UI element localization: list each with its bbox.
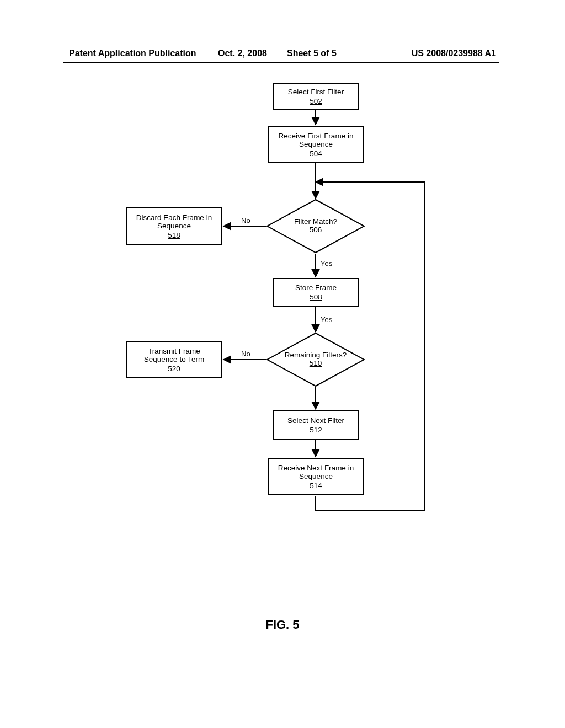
node-label: Select Next Filter bbox=[287, 416, 344, 425]
node-ref: 504 bbox=[310, 149, 322, 158]
edge-label-yes-506: Yes bbox=[321, 259, 332, 267]
node-label: Transmit Frame Sequence to Term bbox=[130, 347, 218, 363]
node-ref: 514 bbox=[310, 481, 322, 490]
node-ref: 508 bbox=[310, 293, 322, 301]
edge-label-yes-508: Yes bbox=[321, 315, 332, 324]
figure-caption: FIG. 5 bbox=[0, 618, 565, 632]
node-select-next-filter: Select Next Filter 512 bbox=[273, 410, 359, 440]
node-select-first-filter: Select First Filter 502 bbox=[273, 83, 359, 110]
node-label: Store Frame bbox=[295, 283, 337, 292]
node-transmit-frames: Transmit Frame Sequence to Term 520 bbox=[126, 341, 222, 378]
node-filter-match: Filter Match? 506 bbox=[266, 199, 365, 254]
node-remaining-filters: Remaining Filters? 510 bbox=[266, 332, 365, 387]
node-label: Receive Next Frame in Sequence bbox=[272, 464, 360, 480]
edge-label-no-510: No bbox=[241, 350, 250, 358]
node-ref: 512 bbox=[310, 426, 322, 434]
node-receive-first-frame: Receive First Frame in Sequence 504 bbox=[268, 126, 364, 163]
node-ref: 506 bbox=[266, 226, 365, 234]
node-receive-next-frame: Receive Next Frame in Sequence 514 bbox=[268, 458, 364, 495]
node-ref: 502 bbox=[310, 97, 322, 105]
node-ref: 520 bbox=[168, 365, 180, 373]
node-ref: 510 bbox=[266, 359, 365, 367]
node-label: Receive First Frame in Sequence bbox=[272, 132, 360, 148]
node-store-frame: Store Frame 508 bbox=[273, 278, 359, 307]
node-label: Select First Filter bbox=[288, 88, 344, 96]
node-ref: 518 bbox=[168, 231, 180, 239]
node-discard-frames: Discard Each Frame in Sequence 518 bbox=[126, 207, 222, 245]
node-label: Discard Each Frame in Sequence bbox=[130, 213, 218, 230]
node-label: Remaining Filters? bbox=[285, 351, 347, 359]
edge-label-no-506: No bbox=[241, 216, 250, 224]
node-label: Filter Match? bbox=[294, 217, 337, 226]
